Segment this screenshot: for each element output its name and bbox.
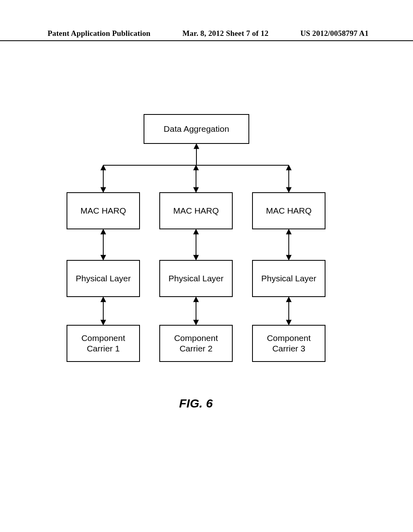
box-data-aggregation: Data Aggregation	[144, 114, 249, 144]
box-mac-harq-3: MAC HARQ	[252, 192, 325, 229]
box-label: MAC HARQ	[80, 206, 126, 216]
box-label: MAC HARQ	[266, 206, 311, 216]
figure-label-text: FIG. 6	[179, 397, 213, 410]
box-physical-layer-2: Physical Layer	[159, 260, 233, 297]
box-physical-layer-3: Physical Layer	[252, 260, 325, 297]
box-mac-harq-1: MAC HARQ	[67, 192, 140, 229]
box-label: Physical Layer	[261, 273, 317, 284]
box-label: Physical Layer	[169, 273, 224, 284]
box-label: MAC HARQ	[173, 206, 219, 216]
box-physical-layer-1: Physical Layer	[67, 260, 140, 297]
box-component-carrier-3: Component Carrier 3	[252, 325, 325, 362]
box-label: Data Aggregation	[164, 124, 229, 134]
diagram: Data Aggregation MAC HARQ MAC HARQ MAC H…	[0, 0, 413, 532]
box-label: Component Carrier 1	[81, 333, 125, 354]
box-mac-harq-2: MAC HARQ	[159, 192, 233, 229]
page: Patent Application Publication Mar. 8, 2…	[0, 0, 413, 532]
box-label: Physical Layer	[76, 273, 131, 284]
box-label: Component Carrier 2	[174, 333, 218, 354]
box-label: Component Carrier 3	[267, 333, 311, 354]
box-component-carrier-2: Component Carrier 2	[159, 325, 233, 362]
box-component-carrier-1: Component Carrier 1	[67, 325, 140, 362]
figure-label: FIG. 6	[179, 397, 213, 410]
